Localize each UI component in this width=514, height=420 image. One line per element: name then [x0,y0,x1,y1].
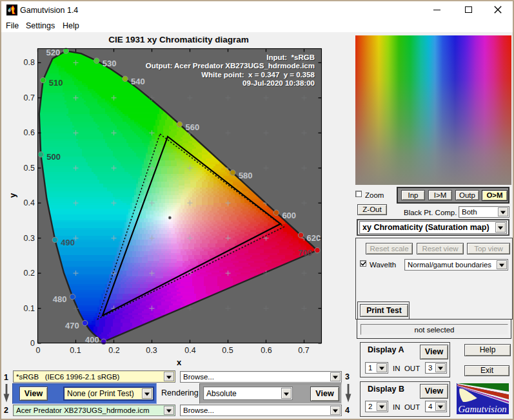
svg-text:530: 530 [103,59,117,68]
svg-text:09-Jul-2020 10:38:00: 09-Jul-2020 10:38:00 [242,79,315,87]
svg-text:470: 470 [65,321,79,330]
svg-text:White point: x = 0.347 y = 0: White point: x = 0.347 y = 0.358 [201,71,315,79]
svg-text:700: 700 [298,248,312,258]
svg-text:580: 580 [239,171,253,180]
svg-text:600: 600 [282,211,296,220]
svg-text:Gamutvision: Gamutvision [459,404,507,414]
svg-text:490: 490 [61,238,75,247]
svg-text:Output: Acer Predator XB273UGS: Output: Acer Predator XB273UGS_hdrmode.i… [146,62,315,70]
svg-text:480: 480 [53,294,67,304]
svg-text:510: 510 [49,78,63,88]
svg-text:540: 540 [131,77,145,86]
svg-text:Input: *sRGB: Input: *sRGB [266,53,315,61]
svg-text:500: 500 [46,152,61,162]
svg-text:560: 560 [186,122,200,132]
